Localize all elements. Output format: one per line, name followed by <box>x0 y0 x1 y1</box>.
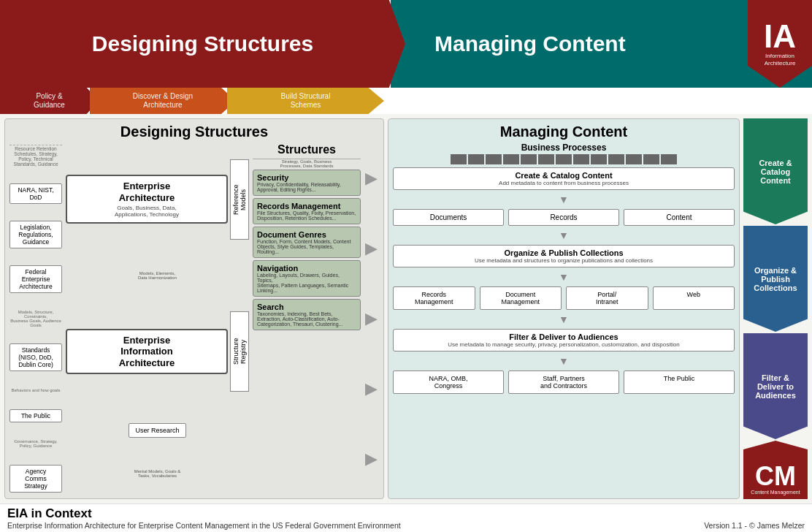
down-arrow-4: ▼ <box>393 314 735 325</box>
struct-genres-sub: Function, Form, Content Models, ContentO… <box>257 239 356 254</box>
bp-box-12 <box>643 154 659 164</box>
sidebar-filter: Filter &Deliver toAudiences <box>743 333 808 439</box>
bp-box-8 <box>573 154 589 164</box>
arrow-1: ▶ <box>365 169 378 188</box>
struct-search-title: Search <box>257 303 356 311</box>
right-panel-title: Managing Content <box>393 123 735 140</box>
sidebar-create-label: Create &CatalogContent <box>759 159 792 185</box>
records-box: Records <box>508 209 619 226</box>
footer-version: Version 1.1 - © James Melzer <box>704 521 805 530</box>
top-annotation: Resource Retention Schedules, Strategy, … <box>9 145 62 167</box>
app-container: Designing Structures Managing Content IA… <box>0 0 812 532</box>
bp-box-13 <box>661 154 677 164</box>
bp-box-5 <box>521 154 537 164</box>
bp-box-4 <box>503 154 519 164</box>
structures-title: Structures <box>253 143 361 156</box>
create-box: Create & Catalog Content Add metadata to… <box>393 167 735 190</box>
audience-row: NARA, OMB,Congress Staff, Partnersand Co… <box>393 370 735 394</box>
far-right-sidebar: Create &CatalogContent Organize &Publish… <box>743 118 808 499</box>
struct-records: Records Management File Structures, Qual… <box>253 198 361 224</box>
doc-row: Documents Records Content <box>393 209 735 226</box>
struct-top-note: Strategy, Goals, BusinessProcesses, Data… <box>253 159 361 168</box>
footer: EIA in Context Enterprise Information Ar… <box>0 503 812 532</box>
structures-col: Structures Strategy, Goals, BusinessProc… <box>253 143 361 494</box>
footer-left: EIA in Context Enterprise Information Ar… <box>7 506 401 530</box>
cm-letters: CM <box>755 463 796 490</box>
arrow-2: ▶ <box>365 239 378 258</box>
ia-letters: IA <box>764 20 796 53</box>
organize-sub: Use metadata and structures to organize … <box>399 257 728 264</box>
sub-discover: Discover & DesignArchitecture <box>90 88 236 114</box>
footer-title: EIA in Context <box>7 506 401 521</box>
footer-sub: Enterprise Information Architecture for … <box>7 521 401 530</box>
struct-nav-title: Navigation <box>257 264 356 273</box>
filter-box: Filter & Deliver to Audiences Use metada… <box>393 329 735 352</box>
left-panel-title: Designing Structures <box>9 123 379 140</box>
web-box: Web <box>653 286 735 310</box>
struct-security: Security Privacy, Confidentiality, Relea… <box>253 170 361 196</box>
struct-records-title: Records Management <box>257 202 356 210</box>
dm-box: DocumentManagement <box>480 286 562 310</box>
sidebar-filter-label: Filter &Deliver toAudiences <box>755 373 796 400</box>
cm-sub: Content Management <box>751 490 800 495</box>
ea-sub: Goals, Business, Data,Applications, Tech… <box>70 205 223 218</box>
rm-row: RecordsManagement DocumentManagement Por… <box>393 286 735 310</box>
down-arrow-1: ▼ <box>393 194 735 205</box>
bp-box-1 <box>451 154 467 164</box>
portal-box: Portal/Intranet <box>566 286 648 310</box>
input-boxes-col: Resource Retention Schedules, Strategy, … <box>9 143 62 494</box>
public-box: The Public <box>624 370 735 394</box>
arrows-col: ▶ ▶ ▶ ▶ ▶ <box>363 143 379 494</box>
sidebar-organize-label: Organize &PublishCollections <box>754 266 797 292</box>
behavior-annotation: Behaviors and how goals <box>9 388 62 392</box>
organize-title: Organize & Publish Collections <box>399 248 728 257</box>
input-public: The Public <box>9 409 62 422</box>
ea-title: EnterpriseArchitecture <box>70 180 223 203</box>
struct-label: StructureRegistry <box>230 311 249 392</box>
struct-genres: Document Genres Function, Form, Content … <box>253 227 361 258</box>
down-arrow-2: ▼ <box>393 229 735 241</box>
eia-row: EnterpriseInformationArchitecture Struct… <box>66 311 249 392</box>
input-standards: Standards(NISO, DoD,Dublin Core) <box>9 343 62 371</box>
arrow-4: ▶ <box>365 379 378 398</box>
struct-nav-sub: Labeling, Layouts, Drawers, Guides, Topi… <box>257 273 356 293</box>
models-annotation: Models, Elements,Data Harmonization <box>138 271 177 280</box>
bp-section: Business Processes <box>393 142 735 164</box>
ref-label: ReferenceModels <box>230 159 249 240</box>
eia-title: EnterpriseInformationArchitecture <box>70 335 223 369</box>
rm-box: RecordsManagement <box>393 286 475 310</box>
bp-box-3 <box>486 154 502 164</box>
bp-box-11 <box>626 154 642 164</box>
mental-annotation: Mental Models, Goals &Tasks, Vocabularie… <box>134 469 181 478</box>
main-content: Designing Structures Resource Retention … <box>0 114 812 503</box>
create-sub: Add metadata to content from business pr… <box>399 180 728 186</box>
sub-spacer <box>384 88 812 114</box>
down-arrow-5: ▼ <box>393 355 735 367</box>
organize-box: Organize & Publish Collections Use metad… <box>393 245 735 267</box>
left-panel-body: Resource Retention Schedules, Strategy, … <box>9 143 379 494</box>
input-federal: FederalEnterpriseArchitecture <box>9 265 62 293</box>
sub-build: Build StructuralSchemes <box>227 88 384 114</box>
bp-title: Business Processes <box>393 142 735 153</box>
user-research-box: User Research <box>129 423 185 438</box>
struct-records-sub: File Structures, Quality, Fixity, Preser… <box>257 210 356 221</box>
ia-subtitle: InformationArchitecture <box>765 53 796 66</box>
input-nara: NARA, NIST,DoD <box>9 183 62 204</box>
filter-title: Filter & Deliver to Audiences <box>399 332 728 341</box>
content-flow: Create & Catalog Content Add metadata to… <box>393 167 735 494</box>
sidebar-organize: Organize &PublishCollections <box>743 226 808 332</box>
banner-left: Designing Structures <box>0 0 405 88</box>
bp-boxes-row <box>393 154 735 164</box>
bp-box-10 <box>608 154 624 164</box>
left-panel: Designing Structures Resource Retention … <box>4 118 384 499</box>
struct-genres-title: Document Genres <box>257 230 356 239</box>
sub-policy: Policy &Guidance <box>0 88 99 114</box>
down-arrow-3: ▼ <box>393 271 735 283</box>
docs-box: Documents <box>393 209 504 226</box>
sub-banner: Policy &Guidance Discover & DesignArchit… <box>0 88 812 114</box>
struct-search-sub: Taxonomies, Indexing, Best Bets,Extracti… <box>257 311 356 327</box>
arrow-5: ▶ <box>365 449 378 468</box>
struct-search: Search Taxonomies, Indexing, Best Bets,E… <box>253 299 361 330</box>
banner-left-title: Designing Structures <box>92 31 313 56</box>
center-col: EnterpriseArchitecture Goals, Business, … <box>64 143 250 494</box>
